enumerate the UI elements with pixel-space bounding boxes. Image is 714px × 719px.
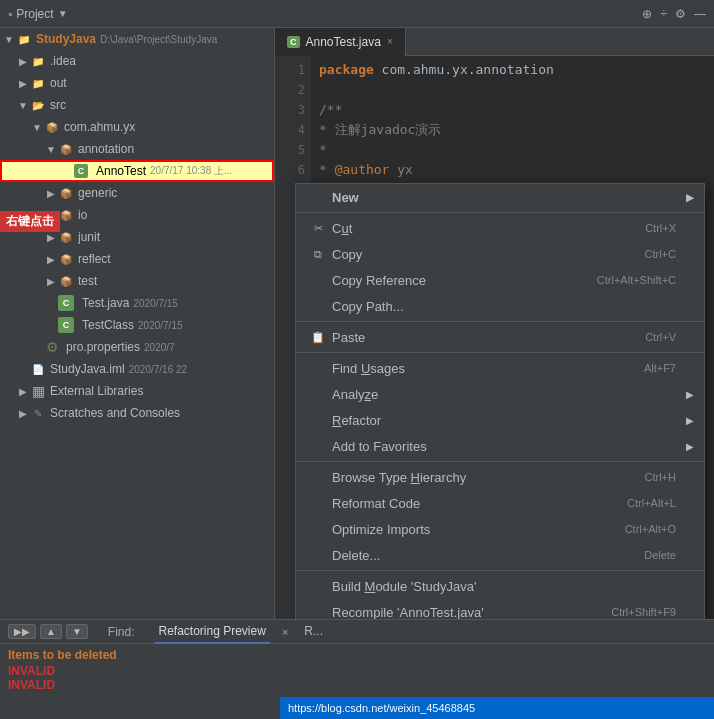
menu-item-recompile[interactable]: Recompile 'AnnoTest.java' Ctrl+Shift+F9 (296, 599, 704, 619)
tab-close-button[interactable]: × (387, 36, 393, 47)
testclass-class-icon: C (58, 317, 74, 333)
scratches-arrow: ▶ (16, 408, 30, 419)
split-icon[interactable]: ÷ (660, 7, 667, 21)
props-date: 2020/7 (144, 342, 175, 353)
tree-extlibs[interactable]: ▶ ▦ External Libraries (0, 380, 274, 402)
reformat-shortcut: Ctrl+Alt+L (627, 497, 692, 509)
cut-label: Cut (332, 221, 352, 236)
iml-label: StudyJava.iml (50, 362, 125, 376)
project-label: Project (16, 7, 53, 21)
tree-com[interactable]: ▼ 📦 com.ahmu.yx (0, 116, 274, 138)
delete-label: Delete... (332, 548, 380, 563)
tree-root[interactable]: ▼ 📁 StudyJava D:\Java\Project\StudyJava (0, 28, 274, 50)
annotest-label: AnnoTest (96, 164, 146, 178)
tab-class-icon: C (287, 36, 300, 48)
line-num-2: 2 (275, 80, 305, 100)
settings-icon[interactable]: ⚙ (675, 7, 686, 21)
project-title: ▪ Project ▼ (8, 7, 68, 21)
tab-separator: × (282, 626, 288, 638)
separator-4 (296, 461, 704, 462)
menu-item-cut[interactable]: ✂ Cut Ctrl+X (296, 215, 704, 241)
sync-icon[interactable]: ⊕ (642, 7, 652, 21)
src-label: src (50, 98, 66, 112)
io-label: io (78, 208, 87, 222)
minimize-icon[interactable]: — (694, 7, 706, 21)
tree-idea[interactable]: ▶ 📁 .idea (0, 50, 274, 72)
add-fav-label: Add to Favorites (332, 439, 427, 454)
tree-scratches[interactable]: ▶ ✎ Scratches and Consoles (0, 402, 274, 424)
right-click-label: 右键点击 (0, 211, 60, 232)
menu-item-paste[interactable]: 📋 Paste Ctrl+V (296, 324, 704, 350)
menu-item-optimize[interactable]: Optimize Imports Ctrl+Alt+O (296, 516, 704, 542)
annotest-date: 20/7/17 10:38 上... (150, 164, 232, 178)
find-usages-label: Find Usages (332, 361, 405, 376)
junit-label: junit (78, 230, 100, 244)
menu-item-delete[interactable]: Delete... Delete (296, 542, 704, 568)
menu-item-analyze[interactable]: Analyze (296, 381, 704, 407)
tree-annotest[interactable]: C AnnoTest 20/7/17 10:38 上... (0, 160, 274, 182)
menu-item-browse-hierarchy[interactable]: Browse Type Hierarchy Ctrl+H (296, 464, 704, 490)
menu-item-find-usages[interactable]: Find Usages Alt+F7 (296, 355, 704, 381)
code-line-5: * (319, 140, 706, 160)
menu-item-copy[interactable]: ⧉ Copy Ctrl+C (296, 241, 704, 267)
menu-item-copy-ref[interactable]: Copy Reference Ctrl+Alt+Shift+C (296, 267, 704, 293)
main-container: ▪ Project ▼ ⊕ ÷ ⚙ — ▼ 📁 StudyJava D:\Jav… (0, 0, 714, 719)
cut-shortcut: Ctrl+X (645, 222, 692, 234)
tree-properties[interactable]: ⚙ pro.properties 2020/7 (0, 336, 274, 358)
separator-5 (296, 570, 704, 571)
out-label: out (50, 76, 67, 90)
ext-icon: ▦ (30, 383, 46, 399)
delete-shortcut: Delete (644, 549, 692, 561)
menu-item-add-fav[interactable]: Add to Favorites (296, 433, 704, 459)
props-icon: ⚙ (44, 339, 60, 355)
generic-package-icon: 📦 (58, 185, 74, 201)
test-label: test (78, 274, 97, 288)
annotest-class-icon: C (74, 164, 88, 178)
annotation-package-icon: 📦 (58, 141, 74, 157)
items-header: Items to be deleted (8, 648, 706, 662)
find-usages-shortcut: Alt+F7 (644, 362, 692, 374)
io-package-icon: 📦 (58, 207, 74, 223)
csdn-bar[interactable]: https://blog.csdn.net/weixin_45468845 (280, 697, 714, 719)
testclass-date: 2020/7/15 (138, 320, 183, 331)
tree-reflect[interactable]: ▶ 📦 reflect (0, 248, 274, 270)
reflect-arrow: ▶ (44, 254, 58, 265)
project-icon: ▪ (8, 7, 12, 21)
tab-run[interactable]: R... (300, 620, 327, 644)
props-label: pro.properties (66, 340, 140, 354)
menu-item-new[interactable]: New (296, 184, 704, 210)
tree-out[interactable]: ▶ 📁 out (0, 72, 274, 94)
down-button[interactable]: ▼ (66, 624, 88, 639)
tree-testclass[interactable]: C TestClass 2020/7/15 (0, 314, 274, 336)
tree-annotation[interactable]: ▼ 📦 annotation (0, 138, 274, 160)
generic-arrow: ▶ (44, 188, 58, 199)
line-num-1: 1 (275, 60, 305, 80)
play-button[interactable]: ▶▶ (8, 624, 36, 639)
menu-item-reformat[interactable]: Reformat Code Ctrl+Alt+L (296, 490, 704, 516)
com-package-icon: 📦 (44, 119, 60, 135)
tree-test[interactable]: ▶ 📦 test (0, 270, 274, 292)
ext-arrow: ▶ (16, 386, 30, 397)
tree-testjava[interactable]: C Test.java 2020/7/15 (0, 292, 274, 314)
scratches-label: Scratches and Consoles (50, 406, 180, 420)
tree-iml[interactable]: 📄 StudyJava.iml 2020/7/16 22 (0, 358, 274, 380)
root-path: D:\Java\Project\StudyJava (100, 34, 217, 45)
editor-tab-annotest[interactable]: C AnnoTest.java × (275, 28, 406, 56)
testjava-class-icon: C (58, 295, 74, 311)
cut-icon: ✂ (308, 222, 328, 235)
recompile-label: Recompile 'AnnoTest.java' (332, 605, 484, 620)
tab-label: AnnoTest.java (306, 35, 381, 49)
menu-item-refactor[interactable]: Refactor (296, 407, 704, 433)
bottom-tabs: ▶▶ ▲ ▼ Find: Refactoring Preview × R... (0, 620, 714, 644)
menu-item-build[interactable]: Build Module 'StudyJava' (296, 573, 704, 599)
project-dropdown-icon[interactable]: ▼ (58, 8, 68, 19)
tree-src[interactable]: ▼ 📂 src (0, 94, 274, 116)
testjava-label: Test.java (82, 296, 129, 310)
copy-ref-shortcut: Ctrl+Alt+Shift+C (597, 274, 692, 286)
up-button[interactable]: ▲ (40, 624, 62, 639)
optimize-label: Optimize Imports (332, 522, 430, 537)
tab-refactoring[interactable]: Refactoring Preview (155, 620, 270, 644)
menu-item-copy-path[interactable]: Copy Path... (296, 293, 704, 319)
line-num-4: 4 (275, 120, 305, 140)
tree-generic[interactable]: ▶ 📦 generic (0, 182, 274, 204)
